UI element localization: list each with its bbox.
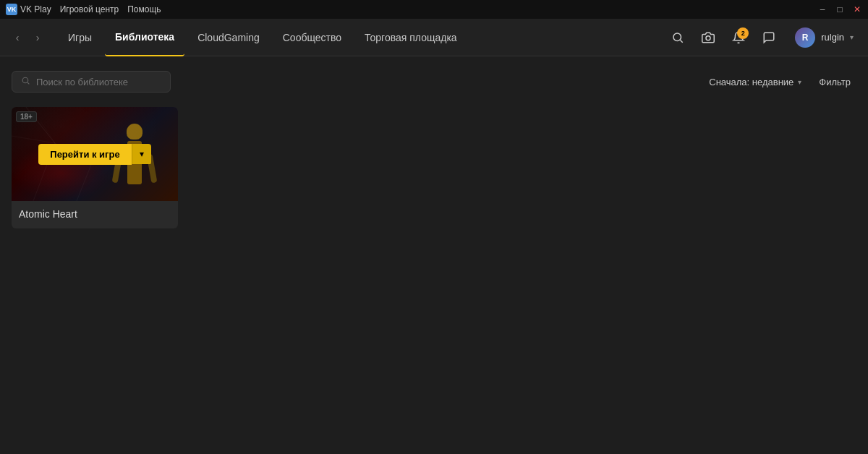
sort-dropdown[interactable]: Сначала: недавние ▾ xyxy=(709,77,801,87)
close-button[interactable]: ✕ xyxy=(852,4,862,14)
game-thumbnail: 18+ Перейти к игре ▾ xyxy=(12,107,178,201)
svg-point-3 xyxy=(22,77,28,83)
search-box[interactable] xyxy=(12,71,171,93)
search-icon-small xyxy=(21,76,30,87)
svg-point-2 xyxy=(706,35,710,40)
filter-button[interactable]: Фильтр xyxy=(813,74,856,90)
nav-item-library[interactable]: Библиотека xyxy=(105,19,184,56)
svg-line-1 xyxy=(681,40,683,42)
game-center-link[interactable]: Игровой центр xyxy=(60,4,119,14)
nav-item-community[interactable]: Сообщество xyxy=(273,19,352,56)
chat-icon[interactable] xyxy=(759,27,779,48)
user-menu[interactable]: R rulgin ▾ xyxy=(789,25,859,51)
back-button[interactable]: ‹ xyxy=(9,29,26,46)
filter-section: Сначала: недавние ▾ Фильтр xyxy=(709,74,856,90)
maximize-button[interactable]: □ xyxy=(835,4,845,14)
nav-arrows: ‹ › xyxy=(9,29,46,46)
game-info: Atomic Heart xyxy=(12,201,178,228)
chevron-down-icon: ▾ xyxy=(850,33,854,41)
svg-point-0 xyxy=(673,33,681,41)
play-button[interactable]: Перейти к игре xyxy=(38,144,131,165)
username-label: rulgin xyxy=(821,32,844,43)
search-icon[interactable] xyxy=(668,27,688,48)
forward-button[interactable]: › xyxy=(29,29,46,46)
search-input[interactable] xyxy=(36,77,161,87)
game-title: Atomic Heart xyxy=(19,208,171,220)
vk-logo-icon: VK xyxy=(6,4,17,15)
camera-icon[interactable] xyxy=(698,27,718,48)
main-content: Сначала: недавние ▾ Фильтр xyxy=(0,56,868,454)
nav-bar: ‹ › Игры Библиотека CloudGaming Сообщест… xyxy=(0,19,868,56)
search-filter-bar: Сначала: недавние ▾ Фильтр xyxy=(12,71,856,93)
game-card-atomic-heart[interactable]: 18+ Перейти к игре ▾ Atomic Heart xyxy=(12,107,178,228)
app-title-label: VK Play xyxy=(20,4,51,14)
notification-icon[interactable]: 2 xyxy=(728,27,749,48)
game-grid: 18+ Перейти к игре ▾ Atomic Heart xyxy=(12,107,856,228)
system-bar: VK VK Play Игровой центр Помощь – □ ✕ xyxy=(0,0,868,19)
nav-item-cloudgaming[interactable]: CloudGaming xyxy=(187,19,270,56)
nav-item-games[interactable]: Игры xyxy=(58,19,102,56)
avatar: R xyxy=(795,27,815,48)
nav-items: Игры Библиотека CloudGaming Сообщество Т… xyxy=(58,19,668,56)
app-logo: VK VK Play xyxy=(6,4,51,15)
help-link[interactable]: Помощь xyxy=(127,4,161,14)
sort-chevron-icon: ▾ xyxy=(798,78,801,86)
game-hover-overlay: Перейти к игре ▾ xyxy=(12,107,178,201)
window-controls: – □ ✕ xyxy=(817,4,862,14)
system-bar-links: Игровой центр Помощь xyxy=(60,4,161,14)
play-button-group: Перейти к игре ▾ xyxy=(38,144,150,165)
notification-badge: 2 xyxy=(737,27,749,39)
minimize-button[interactable]: – xyxy=(817,4,827,14)
svg-line-4 xyxy=(27,82,29,84)
nav-right: 2 R rulgin ▾ xyxy=(668,25,859,51)
play-dropdown-button[interactable]: ▾ xyxy=(132,144,151,164)
nav-item-marketplace[interactable]: Торговая площадка xyxy=(354,19,467,56)
sort-label: Сначала: недавние xyxy=(709,77,793,87)
